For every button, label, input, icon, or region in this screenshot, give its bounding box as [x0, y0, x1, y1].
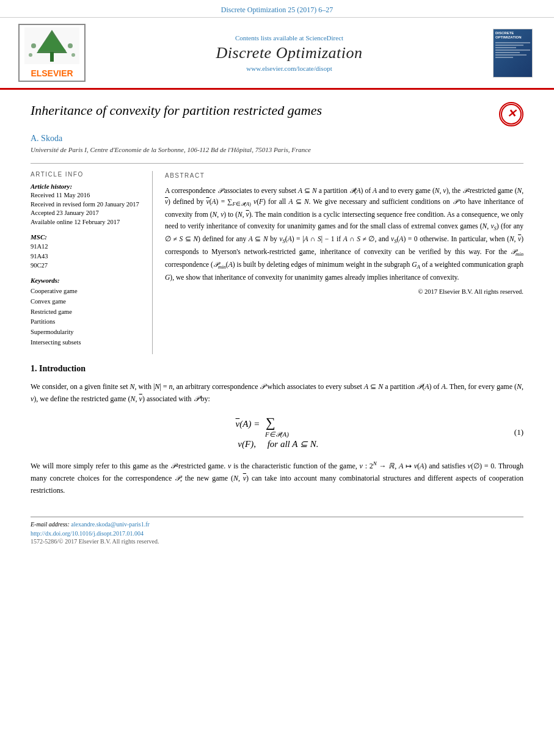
footer-doi: http://dx.doi.org/10.1016/j.disopt.2017.… [31, 530, 523, 537]
crossmark-icon[interactable]: ✕ [499, 102, 523, 126]
cover-title: DISCRETEOPTIMIZATION [495, 31, 530, 40]
keyword-5: Supermodularity [31, 327, 143, 338]
svg-point-4 [31, 43, 36, 48]
keyword-4: Partitions [31, 317, 143, 327]
article-info-header: ARTICLE INFO [31, 171, 143, 178]
contents-prefix: Contents lists available at [235, 34, 304, 42]
copyright-text: © 2017 Elsevier B.V. All rights reserved… [165, 287, 523, 297]
keyword-1: Cooperative game [31, 286, 143, 297]
crossmark[interactable]: ✕ [499, 102, 523, 126]
keywords-list: Cooperative game Convex game Restricted … [31, 286, 143, 348]
abstract-text: A correspondence 𝒫 associates to every s… [165, 185, 523, 283]
elsevier-logo: ELSEVIER [18, 24, 86, 82]
article-footer: E-mail address: alexandre.skoda@univ-par… [31, 517, 523, 545]
revised-date: Received in revised form 20 January 2017 [31, 200, 143, 209]
received-date: Received 11 May 2016 [31, 191, 143, 200]
svg-rect-1 [50, 52, 54, 62]
contents-available: Contents lists available at ScienceDirec… [92, 34, 487, 42]
email-label: E-mail address: [31, 521, 70, 528]
article-info-column: ARTICLE INFO Article history: Received 1… [31, 171, 153, 354]
abstract-column: ABSTRACT A correspondence 𝒫 associates t… [165, 171, 523, 354]
history-label: Article history: [31, 183, 143, 190]
footer-issn: 1572-5286/© 2017 Elsevier B.V. All right… [31, 538, 523, 545]
keywords-label: Keywords: [31, 277, 143, 284]
accepted-date: Accepted 23 January 2017 [31, 209, 143, 218]
keyword-3: Restricted game [31, 307, 143, 318]
available-date: Available online 12 February 2017 [31, 218, 143, 227]
article-info-abstract: ARTICLE INFO Article history: Received 1… [31, 163, 523, 354]
svg-text:✕: ✕ [507, 107, 517, 120]
journal-header: ELSEVIER Contents lists available at Sci… [0, 18, 554, 90]
elsevier-brand: ELSEVIER [22, 68, 82, 78]
section-title: 1. Introduction [31, 364, 523, 374]
footer-email: E-mail address: alexandre.skoda@univ-par… [31, 521, 523, 528]
msc-91a12: 91A12 [31, 242, 143, 252]
formula-1: v(A) = ∑ F∈𝒫(A) v(F), for all A ⊆ N. [236, 415, 319, 449]
doi-link[interactable]: http://dx.doi.org/10.1016/j.disopt.2017.… [31, 530, 144, 537]
formula-1-block: v(A) = ∑ F∈𝒫(A) v(F), for all A ⊆ N. (1) [31, 415, 523, 449]
journal-center: Contents lists available at ScienceDirec… [92, 34, 487, 72]
email-link[interactable]: alexandre.skoda@univ-paris1.fr [71, 521, 150, 528]
author-affiliation: Université de Paris I, Centre d'Economie… [31, 146, 523, 153]
journal-ref-link[interactable]: Discrete Optimization 25 (2017) 6–27 [221, 5, 333, 14]
svg-point-7 [71, 53, 75, 57]
svg-point-5 [68, 43, 73, 48]
top-bar: Discrete Optimization 25 (2017) 6–27 [0, 0, 554, 18]
msc-block: MSC: 91A12 91A43 90C27 [31, 233, 143, 271]
article-history-block: Article history: Received 11 May 2016 Re… [31, 183, 143, 227]
paper-title-row: Inheritance of convexity for partition r… [31, 102, 523, 126]
keyword-6: Intersecting subsets [31, 338, 143, 348]
journal-cover: DISCRETEOPTIMIZATION [493, 29, 536, 78]
introduction-section: 1. Introduction We consider, on a given … [31, 364, 523, 497]
keyword-2: Convex game [31, 297, 143, 307]
msc-90c27: 90C27 [31, 261, 143, 271]
paper-title-text: Inheritance of convexity for partition r… [31, 102, 322, 120]
msc-label: MSC: [31, 233, 143, 241]
keywords-block: Keywords: Cooperative game Convex game R… [31, 277, 143, 348]
article-content: Inheritance of convexity for partition r… [0, 90, 554, 517]
journal-url: www.elsevier.com/locate/disopt [92, 65, 487, 72]
msc-91a43: 91A43 [31, 252, 143, 261]
intro-paragraph-2: We will more simply refer to this game a… [31, 459, 523, 496]
svg-point-6 [29, 53, 32, 57]
sciencedirect-link[interactable]: ScienceDirect [305, 34, 343, 42]
author-name: A. Skoda [31, 134, 523, 144]
intro-paragraph-1: We consider, on a given finite set N, wi… [31, 381, 523, 405]
abstract-header: ABSTRACT [165, 171, 523, 180]
formula-1-number: (1) [514, 427, 523, 437]
journal-title: Discrete Optimization [92, 44, 487, 62]
